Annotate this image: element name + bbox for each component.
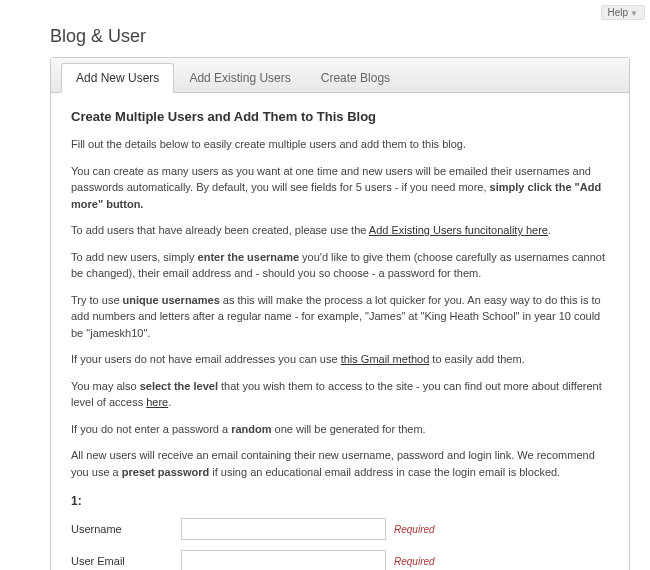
content-heading: Create Multiple Users and Add Them to Th… <box>71 109 609 124</box>
label-username: Username <box>71 523 181 535</box>
main-panel: Add New Users Add Existing Users Create … <box>50 57 630 570</box>
gmail-method-link[interactable]: this Gmail method <box>341 353 430 365</box>
intro-p1: Fill out the details below to easily cre… <box>71 136 609 153</box>
panel-content: Create Multiple Users and Add Them to Th… <box>51 93 629 570</box>
help-button[interactable]: Help▼ <box>601 5 646 20</box>
intro-p5: Try to use unique usernames as this will… <box>71 292 609 342</box>
intro-p6: If your users do not have email addresse… <box>71 351 609 368</box>
add-existing-users-link[interactable]: Add Existing Users funcitonality here <box>369 224 548 236</box>
tab-create-blogs[interactable]: Create Blogs <box>306 63 405 93</box>
intro-p7: You may also select the level that you w… <box>71 378 609 411</box>
row-username-1: Username Required <box>71 518 609 540</box>
tab-add-new-users[interactable]: Add New Users <box>61 63 174 93</box>
tab-add-existing-users[interactable]: Add Existing Users <box>174 63 305 93</box>
intro-p9: All new users will receive an email cont… <box>71 447 609 480</box>
username-input-1[interactable] <box>181 518 386 540</box>
section-1-heading: 1: <box>71 494 609 508</box>
chevron-down-icon: ▼ <box>630 9 638 18</box>
tab-bar: Add New Users Add Existing Users Create … <box>51 58 629 93</box>
required-indicator: Required <box>394 556 435 567</box>
intro-p4: To add new users, simply enter the usern… <box>71 249 609 282</box>
page-title: Blog & User <box>50 26 630 47</box>
intro-p3: To add users that have already been crea… <box>71 222 609 239</box>
required-indicator: Required <box>394 524 435 535</box>
intro-p2: You can create as many users as you want… <box>71 163 609 213</box>
intro-p8: If you do not enter a password a random … <box>71 421 609 438</box>
access-levels-link[interactable]: here <box>146 396 168 408</box>
label-email: User Email <box>71 555 181 567</box>
help-label: Help <box>608 7 629 18</box>
email-input-1[interactable] <box>181 550 386 570</box>
row-email-1: User Email Required <box>71 550 609 570</box>
